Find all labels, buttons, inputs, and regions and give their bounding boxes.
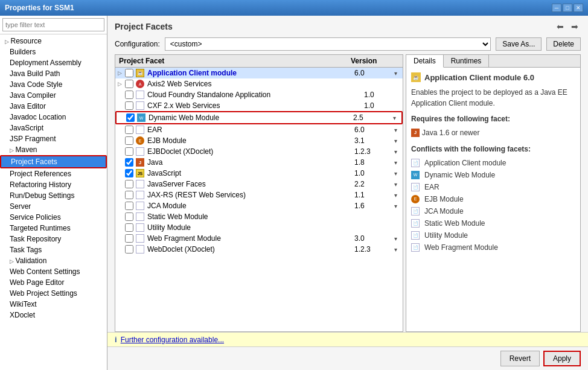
tab-details[interactable]: Details xyxy=(406,55,444,68)
facet-version-dropdown[interactable]: ▾ xyxy=(391,235,400,242)
sidebar-item-refactoring-history[interactable]: Refactoring History xyxy=(0,179,107,190)
sidebar-item-java-build-path[interactable]: Java Build Path xyxy=(0,68,107,79)
config-label: Configuration: xyxy=(115,40,160,48)
facet-row-ear[interactable]: EAR6.0▾ xyxy=(115,124,403,135)
facet-checkbox[interactable] xyxy=(125,234,133,243)
sidebar-item-task-tags[interactable]: Task Tags xyxy=(0,244,107,255)
sidebar-item-java-code-style[interactable]: Java Code Style xyxy=(0,79,107,90)
facet-name: Utility Module xyxy=(147,223,364,232)
facet-version-dropdown[interactable]: ▾ xyxy=(391,192,400,199)
facet-row-jca-module[interactable]: JCA Module1.6▾ xyxy=(115,200,403,211)
facet-row-cloud-foundry-standalone-application[interactable]: Cloud Foundry Standalone Application1.0 xyxy=(115,89,403,100)
delete-button[interactable]: Delete xyxy=(546,37,581,51)
sidebar-item-project-references[interactable]: Project References xyxy=(0,168,107,179)
facet-row-cxf-2.x-web-services[interactable]: CXF 2.x Web Services1.0 xyxy=(115,100,403,111)
facet-checkbox[interactable] xyxy=(125,126,133,134)
facet-row-static-web-module[interactable]: Static Web Module xyxy=(115,211,403,222)
sidebar-item-server[interactable]: Server xyxy=(0,201,107,212)
sidebar-item-javascript[interactable]: JavaScript xyxy=(0,123,107,133)
conflict-item: 📄EAR xyxy=(411,181,575,193)
sidebar-item-java-editor[interactable]: Java Editor xyxy=(0,101,107,112)
sidebar-item-maven[interactable]: Maven xyxy=(0,144,107,155)
sidebar-item-run/debug-settings[interactable]: Run/Debug Settings xyxy=(0,190,107,201)
facet-checkbox[interactable] xyxy=(125,91,133,99)
sidebar-item-deployment-assembly[interactable]: Deployment Assembly xyxy=(0,57,107,68)
facet-checkbox[interactable] xyxy=(125,147,133,156)
nav-forward-button[interactable]: ➡ xyxy=(569,21,581,33)
sidebar-item-service-policies[interactable]: Service Policies xyxy=(0,212,107,223)
sidebar-item-validation[interactable]: Validation xyxy=(0,255,107,266)
facet-version-dropdown[interactable]: ▾ xyxy=(389,115,399,121)
details-tabs: Details Runtimes xyxy=(406,55,580,68)
facet-name: JavaScript xyxy=(147,169,354,177)
facet-checkbox[interactable] xyxy=(125,80,133,88)
facet-row-dynamic-web-module[interactable]: WDynamic Web Module2.5▾ xyxy=(115,111,403,124)
facet-name: Java xyxy=(147,158,354,167)
apply-button[interactable]: Apply xyxy=(543,351,581,366)
config-select[interactable]: <custom> xyxy=(165,37,491,51)
minimize-button[interactable]: ─ xyxy=(552,4,561,12)
facet-checkbox[interactable] xyxy=(125,180,133,188)
facet-row-java[interactable]: JJava1.8▾ xyxy=(115,157,403,168)
facet-checkbox[interactable] xyxy=(125,202,133,210)
facet-version-dropdown[interactable]: ▾ xyxy=(391,203,400,209)
sidebar-item-java-compiler[interactable]: Java Compiler xyxy=(0,90,107,101)
content-area: Project Facets ⬅ ➡ Configuration: <custo… xyxy=(107,16,588,370)
sidebar-item-task-repository[interactable]: Task Repository xyxy=(0,234,107,244)
facet-checkbox[interactable] xyxy=(125,101,133,110)
facet-checkbox[interactable] xyxy=(125,136,133,145)
facet-row-utility-module[interactable]: Utility Module xyxy=(115,222,403,233)
sidebar-item-targeted-runtimes[interactable]: Targeted Runtimes xyxy=(0,223,107,234)
search-input[interactable] xyxy=(2,18,104,31)
conflict-item: 📄Utility Module xyxy=(411,229,575,241)
facet-row-javascript[interactable]: JSJavaScript1.0▾ xyxy=(115,168,403,179)
sidebar-item-jsp-fragment[interactable]: JSP Fragment xyxy=(0,133,107,144)
nav-back-button[interactable]: ⬅ xyxy=(554,21,566,33)
facet-version-dropdown[interactable]: ▾ xyxy=(391,138,400,144)
sidebar-item-web-content-settings[interactable]: Web Content Settings xyxy=(0,266,107,277)
maximize-button[interactable]: □ xyxy=(563,4,572,12)
facet-version-dropdown[interactable]: ▾ xyxy=(391,148,400,155)
facet-checkbox[interactable] xyxy=(125,169,133,177)
facet-row-application-client-module[interactable]: ▷☕Application Client module6.0▾ xyxy=(115,68,403,78)
facet-row-jax-rs-(rest-web-services)[interactable]: JAX-RS (REST Web Services)1.1▾ xyxy=(115,190,403,200)
facet-row-ejbdoclet-(xdoclet)[interactable]: EJBDoclet (XDoclet)1.2.3▾ xyxy=(115,146,403,157)
facet-checkbox[interactable] xyxy=(125,158,133,167)
facet-version-dropdown[interactable]: ▾ xyxy=(391,181,400,188)
close-button[interactable]: ✕ xyxy=(574,4,583,12)
sidebar-item-resource[interactable]: Resource xyxy=(0,36,107,46)
facet-checkbox[interactable] xyxy=(125,245,133,254)
facet-version-dropdown[interactable]: ▾ xyxy=(391,159,400,166)
sidebar-item-javadoc-location[interactable]: Javadoc Location xyxy=(0,112,107,123)
sidebar-item-project-facets[interactable]: Project Facets xyxy=(0,155,107,168)
facet-version: 1.8 xyxy=(354,158,391,167)
sidebar-item-xdoclet[interactable]: XDoclet xyxy=(0,310,107,321)
facet-checkbox[interactable] xyxy=(125,191,133,199)
requires-item: JJava 1.6 or newer xyxy=(411,127,575,139)
facet-checkbox[interactable] xyxy=(125,69,133,77)
facet-row-javaserver-faces[interactable]: JavaServer Faces2.2▾ xyxy=(115,179,403,190)
facet-row-axis2-web-services[interactable]: ▷AAxis2 Web Services xyxy=(115,78,403,89)
sidebar-item-wikitext[interactable]: WikiText xyxy=(0,299,107,310)
facet-expand-icon: ▷ xyxy=(118,70,125,76)
facet-row-webdoclet-(xdoclet)[interactable]: WebDoclet (XDoclet)1.2.3▾ xyxy=(115,244,403,255)
facet-version-dropdown[interactable]: ▾ xyxy=(391,70,400,77)
col-facet-header: Project Facet xyxy=(119,57,351,65)
revert-button[interactable]: Revert xyxy=(500,351,540,366)
facet-checkbox[interactable] xyxy=(125,223,133,232)
facet-type-icon xyxy=(135,179,145,189)
facet-checkbox[interactable] xyxy=(126,113,135,122)
facet-version-dropdown[interactable]: ▾ xyxy=(391,127,400,133)
facet-row-ejb-module[interactable]: EEJB Module3.1▾ xyxy=(115,135,403,146)
facet-row-web-fragment-module[interactable]: Web Fragment Module3.0▾ xyxy=(115,233,403,244)
facet-checkbox[interactable] xyxy=(125,212,133,221)
facet-version-dropdown[interactable]: ▾ xyxy=(391,170,400,177)
facet-version-dropdown[interactable]: ▾ xyxy=(391,246,400,253)
config-link[interactable]: Further configuration available... xyxy=(121,336,224,344)
save-as-button[interactable]: Save As... xyxy=(496,37,542,51)
facet-version: 1.2.3 xyxy=(354,245,391,254)
tab-runtimes[interactable]: Runtimes xyxy=(444,55,490,67)
sidebar-item-web-project-settings[interactable]: Web Project Settings xyxy=(0,288,107,299)
sidebar-item-web-page-editor[interactable]: Web Page Editor xyxy=(0,277,107,288)
sidebar-item-builders[interactable]: Builders xyxy=(0,46,107,57)
